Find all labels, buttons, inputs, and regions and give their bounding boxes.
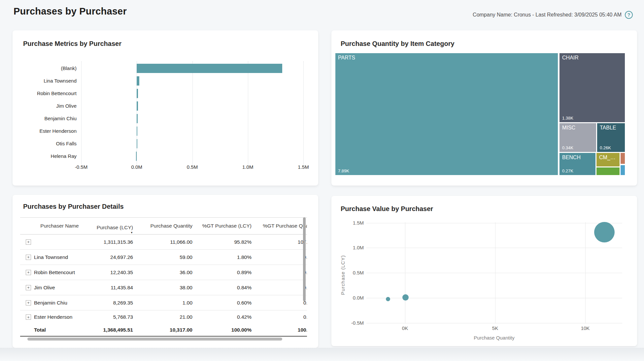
purchaser-name-text: Ester Henderson <box>34 314 72 320</box>
scatter-v-gridline <box>405 222 405 323</box>
bar-track <box>77 150 303 162</box>
bar-ester-henderson[interactable] <box>137 126 137 136</box>
scatter-bubble-2[interactable] <box>402 294 409 301</box>
treemap-node-value: 0.27K <box>562 168 573 173</box>
treemap-node-blank[interactable] <box>621 165 625 175</box>
bar-chart-x-tick-label: -0.5M <box>70 164 93 170</box>
column-header-label: Purchaser Name <box>40 223 79 229</box>
column-header-gt-purchase-lcy[interactable]: %GT Purchase (LCY) <box>192 218 252 234</box>
treemap-node-cm[interactable]: CM_… <box>596 153 620 166</box>
treemap-node-bench[interactable]: BENCH0.27K <box>559 153 595 175</box>
category-label: Jim Olive <box>13 100 77 112</box>
bar-blank[interactable] <box>137 64 282 73</box>
bar-benjamin-chiu[interactable] <box>137 114 138 123</box>
scatter-bubble-1[interactable] <box>386 297 390 301</box>
scatter-v-gridline <box>495 222 495 323</box>
expand-row-button[interactable]: + <box>26 270 31 275</box>
bar-track <box>77 62 303 75</box>
purchaser-name-text: Jim Olive <box>34 285 55 291</box>
cell-purchase-quantity: 38.00 <box>133 285 192 291</box>
expand-row-button[interactable]: + <box>26 314 31 320</box>
bar-track <box>77 75 303 87</box>
treemap-node-chair[interactable]: CHAIR1.38K <box>559 53 625 122</box>
expand-row-button[interactable]: + <box>26 255 31 260</box>
bar-chart-gridline <box>303 61 304 164</box>
treemap-node-label: CM_… <box>599 155 616 161</box>
treemap-node-label: TABLE <box>600 125 616 131</box>
cell-purchase-quantity: 59.00 <box>133 254 192 260</box>
table-row-robin-bettencourt[interactable]: +Robin Bettencourt12,240.3536.000.89%0.3… <box>20 265 307 280</box>
table-inner: Purchaser NamePurchase (LCY)▼Purchase Qu… <box>20 218 307 336</box>
treemap-node-value: 7.89K <box>338 168 349 173</box>
treemap-node-blank[interactable] <box>596 167 620 175</box>
cell-gt-purchase-quantity: 0.57% <box>252 254 307 260</box>
treemap-node-blank[interactable] <box>621 153 625 164</box>
table-row-lina-townsend[interactable]: +Lina Townsend24,697.2659.001.80%0.57% <box>20 250 307 265</box>
purchaser-name-text: Lina Townsend <box>34 254 68 260</box>
horizontal-scrollbar[interactable] <box>27 338 282 341</box>
table-row-blank[interactable]: +1,311,315.3611,066.0095.82%107.26% <box>20 235 307 250</box>
column-header-purchase-quantity[interactable]: Purchase Quantity <box>133 218 192 234</box>
bar-row-blank: (Blank) <box>13 62 303 75</box>
column-header-purchase-lcy[interactable]: Purchase (LCY)▼ <box>93 218 133 234</box>
scatter-x-tick-label: 0K <box>395 325 415 331</box>
scatter-x-tick-label: 10K <box>575 325 595 331</box>
treemap-node-label: PARTS <box>338 55 355 61</box>
bar-chart-x-tick-label: 1.0M <box>236 164 259 170</box>
expand-row-button[interactable]: + <box>26 300 31 306</box>
purchaser-name-cell: + <box>20 239 93 245</box>
scatter-chart: 1.5M1.0M0.5M0.0M-0.5M0K5K10KPurchase Qua… <box>331 196 637 346</box>
bar-otis-falls[interactable] <box>137 139 137 148</box>
column-header-purchaser-name[interactable]: Purchaser Name <box>20 218 93 234</box>
scatter-v-gridline <box>585 222 586 323</box>
cell-gt-purchase-lcy: 1.80% <box>192 254 252 260</box>
treemap-node-value: 0.26K <box>600 145 611 150</box>
bar-jim-olive[interactable] <box>137 101 138 111</box>
scatter-y-tick-label: -0.5M <box>344 320 364 326</box>
table-bottom-border <box>20 336 307 337</box>
scatter-x-tick-label: 5K <box>485 325 505 331</box>
column-header-gt-purchase-quantity[interactable]: %GT Purchase Quantity <box>252 218 307 234</box>
vertical-scrollbar[interactable] <box>303 217 306 301</box>
bar-chart-x-tick-label: 1.5M <box>292 164 315 170</box>
scatter-y-tick-label: 1.5M <box>344 220 364 226</box>
company-refresh-text: Company Name: Cronus - Last Refreshed: 3… <box>473 12 622 18</box>
table-row-jim-olive[interactable]: +Jim Olive11,435.8438.000.84%0.37% <box>20 280 307 295</box>
table-header-row: Purchaser NamePurchase (LCY)▼Purchase Qu… <box>20 218 307 235</box>
bar-chart-x-tick-label: 0.0M <box>125 164 148 170</box>
expand-row-button[interactable]: + <box>26 239 31 245</box>
bar-track <box>77 125 303 137</box>
treemap-node-misc[interactable]: MISC0.34K <box>559 123 596 152</box>
treemap-node-label: CHAIR <box>562 55 579 61</box>
category-label: Lina Townsend <box>13 75 77 87</box>
category-label: Benjamin Chiu <box>13 112 77 125</box>
bar-lina-townsend[interactable] <box>137 76 139 86</box>
scatter-bubble-3[interactable] <box>594 222 615 242</box>
cell-purchase-quantity: 36.00 <box>133 270 192 275</box>
treemap-node-table[interactable]: TABLE0.26K <box>597 123 625 152</box>
bar-helena-ray[interactable] <box>136 152 137 161</box>
scatter-y-tick-label: 0.5M <box>344 270 364 275</box>
cell-purchase-lcy: 12,240.35 <box>93 270 133 275</box>
cell-purchase-lcy: 1,311,315.36 <box>93 239 133 245</box>
cell-purchase-quantity: 21.00 <box>133 314 192 320</box>
total-label-cell: Total <box>20 327 93 333</box>
purchaser-name-cell: +Lina Townsend <box>20 254 93 260</box>
cell-purchase-lcy: 5,768.73 <box>93 314 133 320</box>
bar-robin-bettencourt[interactable] <box>137 89 138 98</box>
table-row-ester-henderson[interactable]: +Ester Henderson5,768.7321.000.42%0.20% <box>20 310 307 324</box>
card-purchase-quantity-treemap: Purchase Quantity by Item Category PARTS… <box>331 30 637 186</box>
help-icon[interactable]: ? <box>625 11 633 19</box>
cell-gt-purchase-lcy: 0.84% <box>192 285 252 291</box>
cell-gt-purchase-quantity: 0.20% <box>252 314 307 320</box>
column-header-label: Purchase Quantity <box>133 223 192 229</box>
category-label: Robin Bettencourt <box>13 87 77 100</box>
column-header-label: %GT Purchase Quantity <box>252 223 307 229</box>
column-header-label: %GT Purchase (LCY) <box>192 223 252 229</box>
scatter-x-axis-title: Purchase Quantity <box>453 335 535 341</box>
cell-purchase-quantity: 1.00 <box>133 300 192 306</box>
expand-row-button[interactable]: + <box>26 285 31 290</box>
page-bottom-gradient <box>0 348 644 361</box>
treemap-node-parts[interactable]: PARTS7.89K <box>335 53 558 175</box>
table-row-benjamin-chiu[interactable]: +Benjamin Chiu8,269.351.000.60%0.01% <box>20 295 307 310</box>
